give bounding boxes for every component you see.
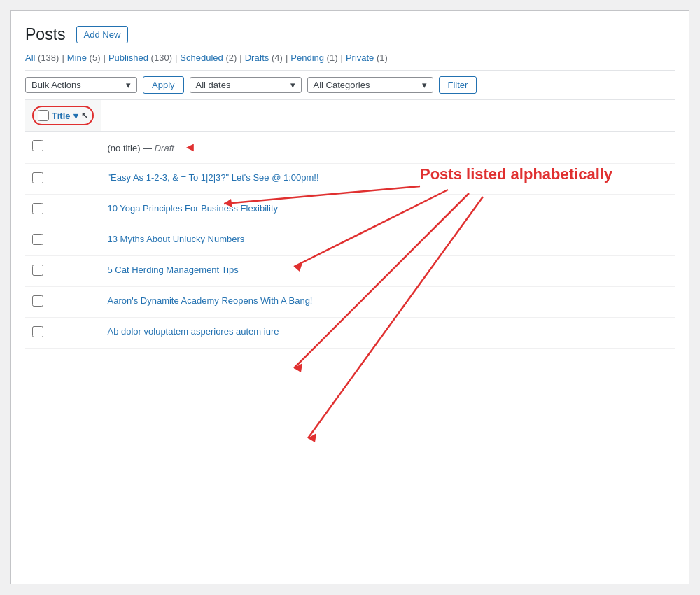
post-title-link[interactable]: "Easy As 1-2-3, & = To 1|2|3?" Let's See… [108,172,319,183]
table-row: 13 Myths About Unlucky Numbers [25,225,675,256]
row-checkbox-cell [25,164,101,195]
table-row: Aaron's Dynamite Academy Reopens With A … [25,287,675,318]
categories-label: All Categories [314,80,370,90]
title-header-circle: Title ▾ ↖ [32,106,94,125]
page-wrapper: Posts Add New All (138) | Mine (5) | Pub… [10,10,690,584]
table-row: 10 Yoga Principles For Business Flexibil… [25,195,675,225]
filter-mine[interactable]: Mine (5) [67,52,101,63]
post-title-link[interactable]: 10 Yoga Principles For Business Flexibil… [108,203,279,214]
tablenav-top: Bulk Actions ▾ Apply All dates ▾ All Cat… [25,70,675,99]
row-checkbox[interactable] [32,265,43,276]
dates-chevron-icon: ▾ [290,80,295,90]
sep4: | [239,52,241,63]
select-all-checkbox[interactable] [38,110,49,121]
post-title-link[interactable]: Ab dolor voluptatem asperiores autem iur… [108,326,279,337]
row-checkbox[interactable] [32,140,43,151]
add-new-button[interactable]: Add New [76,26,129,43]
sort-icon: ▾ [74,111,78,121]
table-row: (no title) — Draft ◄ [25,132,675,164]
row-checkbox-cell [25,132,101,164]
posts-table: Title ▾ ↖ (no title) — Draft ◄ [25,99,675,349]
row-checkbox-cell [25,287,101,318]
sep3: | [175,52,177,63]
table-row: "Easy As 1-2-3, & = To 1|2|3?" Let's See… [25,164,675,195]
post-title-link[interactable]: 13 Myths About Unlucky Numbers [108,234,245,244]
row-title-cell: Aaron's Dynamite Academy Reopens With A … [101,287,676,318]
row-checkbox-cell [25,256,101,287]
row-title-cell: 10 Yoga Principles For Business Flexibil… [101,195,676,225]
filter-all[interactable]: All (138) [25,52,59,63]
svg-marker-8 [308,433,316,442]
table-row: Ab dolor voluptatem asperiores autem iur… [25,318,675,349]
filter-published[interactable]: Published (130) [108,52,172,63]
page-title: Posts [25,25,66,44]
row-title-cell: 13 Myths About Unlucky Numbers [101,225,676,256]
arrow-indicator-1: ◄ [183,140,196,154]
row-title-cell: "Easy As 1-2-3, & = To 1|2|3?" Let's See… [101,164,676,195]
dates-dropdown[interactable]: All dates ▾ [190,77,302,93]
svg-marker-6 [294,363,302,372]
filter-private[interactable]: Private (1) [346,52,388,63]
post-title-link[interactable]: Aaron's Dynamite Academy Reopens With A … [108,295,313,306]
row-checkbox[interactable] [32,326,43,337]
row-title-cell: (no title) — Draft ◄ [101,132,676,164]
post-filter-nav: All (138) | Mine (5) | Published (130) |… [25,52,675,63]
bulk-actions-dropdown[interactable]: Bulk Actions ▾ [25,77,137,93]
table-row: 5 Cat Herding Management Tips [25,256,675,287]
sep6: | [340,52,342,63]
row-checkbox[interactable] [32,234,43,245]
sep2: | [104,52,106,63]
row-title-cell: Ab dolor voluptatem asperiores autem iur… [101,318,676,349]
title-header-label: Title [52,111,71,121]
cursor-icon: ↖ [81,111,88,120]
filter-pending[interactable]: Pending (1) [290,52,337,63]
post-title-draft: (no title) — Draft [108,143,177,153]
row-title-cell: 5 Cat Herding Management Tips [101,256,676,287]
header-checkbox-cell: Title ▾ ↖ [25,100,101,132]
row-checkbox-cell [25,225,101,256]
post-title-link[interactable]: 5 Cat Herding Management Tips [108,265,239,275]
dates-label: All dates [196,80,231,90]
categories-chevron-icon: ▾ [422,80,427,90]
filter-drafts[interactable]: Drafts (4) [245,52,283,63]
row-checkbox[interactable] [32,172,43,183]
posts-list: (no title) — Draft ◄ "Easy As 1-2-3, & =… [25,132,675,349]
row-checkbox-cell [25,318,101,349]
categories-dropdown[interactable]: All Categories ▾ [307,77,433,93]
apply-button[interactable]: Apply [143,76,184,94]
bulk-actions-label: Bulk Actions [31,80,81,90]
filter-scheduled[interactable]: Scheduled (2) [180,52,237,63]
bulk-actions-chevron-icon: ▾ [126,80,131,90]
table-header-row: Title ▾ ↖ [25,100,675,132]
row-checkbox[interactable] [32,295,43,307]
sep5: | [286,52,288,63]
sep1: | [62,52,64,63]
row-checkbox[interactable] [32,203,43,214]
filter-button[interactable]: Filter [439,76,477,94]
row-checkbox-cell [25,195,101,225]
page-header: Posts Add New [25,25,675,44]
